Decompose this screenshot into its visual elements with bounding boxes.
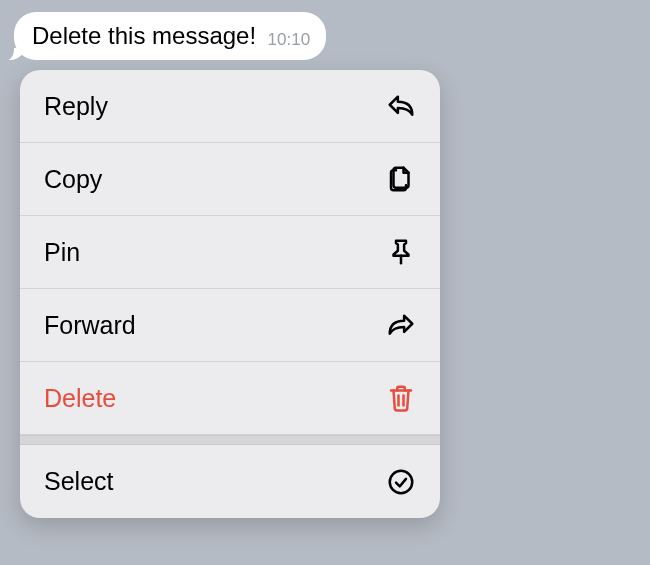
menu-label-copy: Copy — [44, 165, 102, 194]
menu-item-select[interactable]: Select — [20, 445, 440, 518]
menu-item-forward[interactable]: Forward — [20, 289, 440, 362]
message-text: Delete this message! — [32, 22, 256, 50]
menu-separator — [20, 435, 440, 445]
message-bubble[interactable]: Delete this message! 10:10 — [14, 12, 326, 60]
forward-icon — [386, 310, 416, 340]
menu-label-select: Select — [44, 467, 113, 496]
check-circle-icon — [386, 467, 416, 497]
menu-label-forward: Forward — [44, 311, 136, 340]
menu-label-pin: Pin — [44, 238, 80, 267]
pin-icon — [386, 237, 416, 267]
context-menu: Reply Copy Pin Forward — [20, 70, 440, 518]
menu-item-delete[interactable]: Delete — [20, 362, 440, 435]
menu-label-delete: Delete — [44, 384, 116, 413]
menu-label-reply: Reply — [44, 92, 108, 121]
menu-item-copy[interactable]: Copy — [20, 143, 440, 216]
reply-icon — [386, 91, 416, 121]
copy-icon — [386, 164, 416, 194]
menu-item-reply[interactable]: Reply — [20, 70, 440, 143]
menu-item-pin[interactable]: Pin — [20, 216, 440, 289]
trash-icon — [386, 383, 416, 413]
message-time: 10:10 — [268, 30, 311, 50]
svg-point-3 — [390, 470, 413, 493]
